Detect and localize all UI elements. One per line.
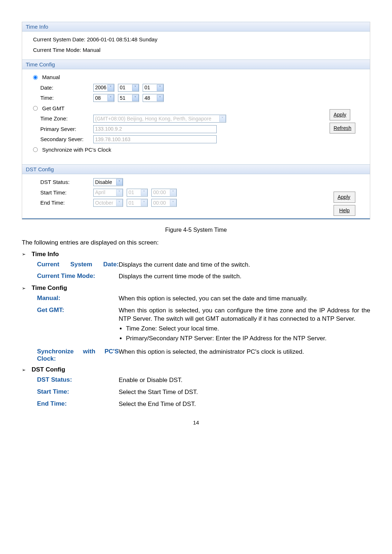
time-label: Time: xyxy=(40,93,91,103)
term-label: Current System Date: xyxy=(37,261,119,269)
term-definition: When this option is selected, you can co… xyxy=(119,307,370,344)
section-title: DST Config xyxy=(32,366,65,373)
get-gmt-label: Get GMT xyxy=(42,103,93,114)
arrow-icon: ➢ xyxy=(22,367,26,373)
sync-pc-label: Synchronize with PC's Clock xyxy=(42,145,111,155)
definition-row: End Time:Select the End Time of DST. xyxy=(37,400,370,409)
dst-end-month[interactable]: October˅ xyxy=(93,199,123,207)
current-time-mode: Current Time Mode: Manual xyxy=(33,45,101,56)
term-label: End Time: xyxy=(37,400,119,409)
term-label: DST Status: xyxy=(37,376,119,385)
arrow-icon: ➢ xyxy=(22,251,26,257)
dst-end-time[interactable]: 00:00˅ xyxy=(151,199,177,207)
chevron-down-icon: ˅ xyxy=(170,189,176,196)
dst-status-select[interactable]: Disable˅ xyxy=(93,178,123,186)
second-select[interactable]: 48˅ xyxy=(143,94,164,102)
definition-row: Current Time Mode:Displays the current t… xyxy=(37,272,370,281)
minute-select[interactable]: 51˅ xyxy=(118,94,139,102)
term-definition: When this option is selected, the admini… xyxy=(119,348,370,362)
primary-server-label: Primary Sever: xyxy=(40,124,91,135)
section-heading: ➢Time Config xyxy=(22,284,370,292)
dst-start-month[interactable]: April˅ xyxy=(93,189,123,197)
bullet-item: Primary/Secondary NTP Server: Enter the … xyxy=(126,335,370,343)
definition-row: Get GMT:When this option is selected, yo… xyxy=(37,307,370,344)
page-number: 14 xyxy=(22,419,370,426)
time-config-header: Time Config xyxy=(22,59,370,69)
time-info-header: Time Info xyxy=(22,22,370,32)
get-gmt-radio[interactable] xyxy=(33,106,38,111)
dst-config-header: DST Config xyxy=(22,164,370,174)
section-title: Time Info xyxy=(32,251,59,258)
chevron-down-icon: ˅ xyxy=(219,115,226,122)
section-heading: ➢Time Info xyxy=(22,251,370,258)
figure-caption: Figure 4-5 System Time xyxy=(22,227,370,233)
definition-row: Synchronize with PC'S Clock:When this op… xyxy=(37,348,370,362)
sync-pc-radio[interactable] xyxy=(33,147,38,152)
dst-start-label: Start Time: xyxy=(40,188,91,198)
intro-text: The following entries are displayed on t… xyxy=(22,239,370,246)
current-system-date: Current System Date: 2006-01-01 08:51:48… xyxy=(33,34,158,45)
definition-row: Current System Date:Displays the current… xyxy=(37,261,370,269)
term-definition: Displays the current time mode of the sw… xyxy=(119,272,370,281)
chevron-down-icon: ˅ xyxy=(116,200,123,206)
chevron-down-icon: ˅ xyxy=(170,200,176,206)
month-select[interactable]: 01˅ xyxy=(118,84,139,92)
chevron-down-icon: ˅ xyxy=(116,179,123,185)
term-definition: Select the End Time of DST. xyxy=(119,400,370,409)
dst-start-day[interactable]: 01˅ xyxy=(127,189,148,197)
definition-row: Manual:When this option is selected, you… xyxy=(37,295,370,303)
term-definition: When this option is selected, you can se… xyxy=(119,295,370,303)
term-label: Synchronize with PC'S Clock: xyxy=(37,348,119,362)
section-heading: ➢DST Config xyxy=(22,366,370,373)
dst-end-label: End Time: xyxy=(40,198,91,208)
date-label: Date: xyxy=(40,83,91,93)
timezone-select[interactable]: (GMT+08:00) Beijing, Hong Kong, Perth, S… xyxy=(93,115,226,123)
timezone-label: Time Zone: xyxy=(40,114,91,124)
term-label: Start Time: xyxy=(37,388,119,397)
dst-apply-button[interactable]: Apply xyxy=(334,192,355,203)
refresh-button[interactable]: Refresh xyxy=(330,123,355,134)
dst-status-label: DST Status: xyxy=(40,177,91,188)
dst-start-time[interactable]: 00:00˅ xyxy=(151,189,177,197)
dst-end-day[interactable]: 01˅ xyxy=(127,199,148,207)
chevron-down-icon: ˅ xyxy=(132,85,139,91)
secondary-server-label: Secondary Sever: xyxy=(40,134,91,145)
section-title: Time Config xyxy=(32,284,67,292)
chevron-down-icon: ˅ xyxy=(141,189,147,196)
term-label: Current Time Mode: xyxy=(37,272,119,281)
chevron-down-icon: ˅ xyxy=(107,85,114,91)
manual-label: Manual xyxy=(42,72,93,83)
dst-help-button[interactable]: Help xyxy=(334,205,355,216)
chevron-down-icon: ˅ xyxy=(132,95,139,101)
bullet-item: Time Zone: Select your local time. xyxy=(126,325,370,333)
term-label: Manual: xyxy=(37,295,119,303)
term-definition: Displays the current date and time of th… xyxy=(119,261,370,269)
term-label: Get GMT: xyxy=(37,307,119,344)
chevron-down-icon: ˅ xyxy=(107,95,114,101)
config-panel: Time Info Current System Date: 2006-01-0… xyxy=(22,22,370,219)
definition-row: Start Time:Select the Start Time of DST. xyxy=(37,388,370,397)
chevron-down-icon: ˅ xyxy=(116,189,123,196)
arrow-icon: ➢ xyxy=(22,286,26,291)
chevron-down-icon: ˅ xyxy=(141,200,147,206)
day-select[interactable]: 01˅ xyxy=(143,84,164,92)
term-definition: Enable or Disable DST. xyxy=(119,376,370,385)
chevron-down-icon: ˅ xyxy=(157,95,163,101)
year-select[interactable]: 2006˅ xyxy=(93,84,114,92)
hour-select[interactable]: 08˅ xyxy=(93,94,114,102)
term-definition: Select the Start Time of DST. xyxy=(119,388,370,397)
chevron-down-icon: ˅ xyxy=(157,85,163,91)
secondary-server-input[interactable]: 139.78.100.163 xyxy=(93,135,217,143)
apply-button[interactable]: Apply xyxy=(330,109,350,120)
manual-radio[interactable] xyxy=(33,75,38,80)
primary-server-input[interactable]: 133.100.9.2 xyxy=(93,125,217,133)
definition-row: DST Status:Enable or Disable DST. xyxy=(37,376,370,385)
